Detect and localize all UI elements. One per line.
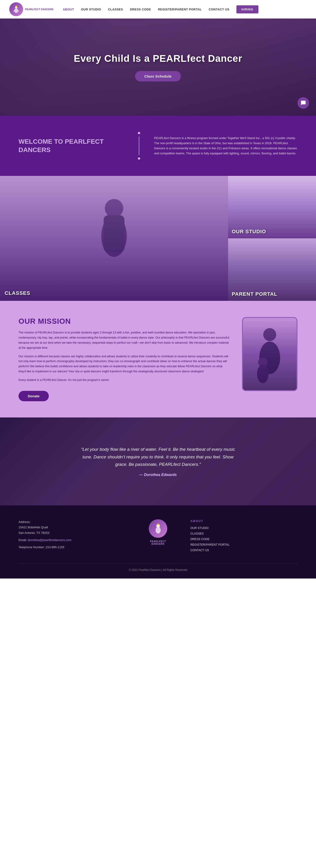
nav-hiring-button[interactable]: HIRING — [236, 5, 259, 13]
address-label: Address: — [19, 520, 30, 524]
divider-dot-top — [138, 132, 140, 134]
class-schedule-button[interactable]: Class Schedule — [135, 71, 181, 82]
welcome-section: WELCOME TO PEARLFECT DANCERS PEARLfect D… — [0, 116, 316, 176]
footer-nav: ABOUT OUR STUDIO CLASSES DRESS CODE REGI… — [190, 519, 297, 554]
mission-title: OUR MISSION — [19, 317, 230, 326]
parent-portal-grid-item[interactable]: PARENT PORTAL — [228, 238, 316, 301]
mission-paragraph-3: Every student is a PEARLfect Dancer: it'… — [19, 378, 230, 383]
footer-nav-dress-code[interactable]: DRESS CODE — [190, 537, 297, 541]
navbar: pearlfect dancers ABOUT OUR STUDIO CLASS… — [0, 0, 316, 19]
mission-content: OUR MISSION The mission of PEARLfect Dan… — [19, 317, 230, 401]
parent-portal-label: PARENT PORTAL — [232, 291, 277, 297]
mission-paragraph-1: The mission of PEARLfect Dancers is to p… — [19, 330, 230, 350]
svg-point-8 — [263, 328, 276, 341]
svg-point-5 — [105, 199, 123, 218]
footer-address: Address: 15421 Bobwhite QuailSan Antonio… — [19, 519, 126, 535]
svg-rect-7 — [104, 215, 124, 252]
nav-our-studio[interactable]: OUR STUDIO — [81, 8, 101, 11]
mission-image — [242, 317, 297, 391]
email-label: Email: — [19, 538, 27, 542]
grid-right: OUR STUDIO PARENT PORTAL — [228, 176, 316, 301]
footer-logo[interactable]: PEARLfectDancers — [139, 519, 177, 545]
logo[interactable]: pearlfect dancers — [9, 2, 54, 16]
phone-value: 210-895-1155 — [45, 546, 64, 549]
footer-bottom: © 2021 Pearlfect Dancers | All Rights Re… — [19, 563, 297, 571]
email-link[interactable]: dorothea@pearlfectdancers.com — [28, 538, 71, 542]
welcome-title: WELCOME TO PEARLFECT DANCERS — [19, 137, 124, 154]
welcome-description: PEARLfect Dancers is a fitness program f… — [154, 135, 297, 156]
footer-logo-circle — [149, 519, 167, 538]
phone-label: Telephone Number: — [19, 546, 45, 549]
mission-paragraph-2: Our mission is different because classes… — [19, 354, 230, 374]
chat-bubble-button[interactable] — [297, 97, 309, 109]
svg-point-11 — [257, 365, 268, 383]
hero-section: Every Child Is a PEARLfect Dancer Class … — [0, 19, 316, 116]
nav-links: ABOUT OUR STUDIO CLASSES DRESS CODE REGI… — [63, 5, 307, 13]
copyright-text: © 2021 Pearlfect Dancers | All Rights Re… — [129, 568, 187, 571]
nav-about[interactable]: ABOUT — [63, 8, 74, 11]
classes-grid-item[interactable]: CLASSES — [0, 176, 228, 301]
our-studio-label: OUR STUDIO — [232, 229, 266, 235]
logo-circle — [9, 2, 23, 16]
logo-text: pearlfect dancers — [25, 8, 54, 11]
nav-dress-code[interactable]: DRESS CODE — [130, 8, 151, 11]
footer-phone: Telephone Number: 210-895-1155 — [19, 545, 126, 550]
footer-nav-our-studio[interactable]: OUR STUDIO — [190, 526, 297, 530]
footer-top: Address: 15421 Bobwhite QuailSan Antonio… — [19, 519, 297, 554]
footer-nav-contact[interactable]: CONTACT US — [190, 549, 297, 552]
welcome-divider — [138, 130, 140, 162]
footer-logo-text: PEARLfectDancers — [150, 540, 166, 545]
hero-title: Every Child Is a PEARLfect Dancer — [74, 53, 243, 64]
address-value: 15421 Bobwhite QuailSan Antonio, TX 7825… — [19, 526, 49, 534]
divider-line — [139, 136, 139, 155]
classes-label: CLASSES — [5, 290, 30, 296]
classes-photo — [0, 176, 228, 301]
svg-point-13 — [155, 527, 161, 534]
mission-section: OUR MISSION The mission of PEARLfect Dan… — [0, 301, 316, 417]
footer-nav-register[interactable]: REGISTER/PARENT PORTAL — [190, 543, 297, 546]
svg-point-1 — [14, 8, 18, 13]
quote-section: “Let your body flow like a river of wate… — [0, 417, 316, 505]
footer-email: Email: dorothea@pearlfectdancers.com — [19, 537, 126, 542]
hero-content: Every Child Is a PEARLfect Dancer Class … — [74, 53, 243, 82]
nav-register[interactable]: REGISTER/PARENT PORTAL — [158, 8, 202, 11]
nav-classes[interactable]: CLASSES — [108, 8, 123, 11]
donate-button[interactable]: Donate — [19, 391, 49, 401]
footer-nav-classes[interactable]: CLASSES — [190, 532, 297, 535]
nav-contact[interactable]: CONTACT US — [209, 8, 229, 11]
image-grid: CLASSES OUR STUDIO PARENT PORTAL — [0, 176, 316, 301]
our-studio-grid-item[interactable]: OUR STUDIO — [228, 176, 316, 238]
quote-text: “Let your body flow like a river of wate… — [77, 446, 239, 468]
quote-author: — Dorothea Edwards — [77, 473, 239, 477]
divider-dot-bottom — [138, 157, 140, 160]
footer-contact: Address: 15421 Bobwhite QuailSan Antonio… — [19, 519, 126, 552]
footer: Address: 15421 Bobwhite QuailSan Antonio… — [0, 505, 316, 579]
footer-nav-title: ABOUT — [190, 519, 297, 523]
quote-content: “Let your body flow like a river of wate… — [77, 446, 239, 477]
